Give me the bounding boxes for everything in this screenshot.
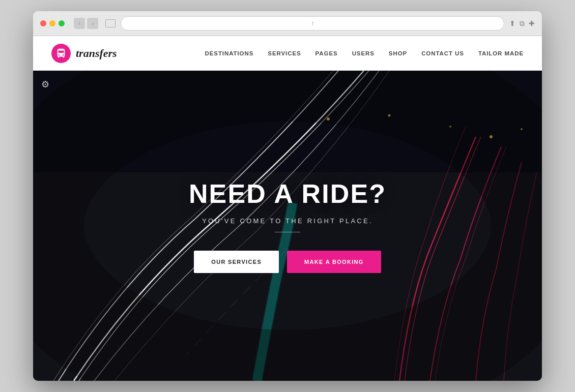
url-text: ↑ bbox=[311, 20, 314, 27]
nav-links: DESTINATIONS SERVICES PAGES USERS SHOP C… bbox=[205, 50, 524, 56]
browser-nav: ‹ › bbox=[74, 18, 98, 29]
browser-chrome: ‹ › ↑ ⬆ ⧉ ✚ bbox=[33, 11, 542, 36]
hero-divider bbox=[275, 232, 300, 232]
address-bar[interactable]: ↑ bbox=[121, 16, 504, 31]
navbar: transfers DESTINATIONS SERVICES PAGES US… bbox=[33, 36, 542, 71]
website: transfers DESTINATIONS SERVICES PAGES US… bbox=[33, 36, 542, 381]
gear-icon[interactable]: ⚙ bbox=[41, 79, 49, 90]
maximize-button[interactable] bbox=[59, 20, 65, 26]
services-button[interactable]: OUR SERVICES bbox=[194, 251, 279, 273]
close-button[interactable] bbox=[40, 20, 46, 26]
logo-icon bbox=[51, 44, 71, 63]
hero-title: NEED A RIDE? bbox=[189, 178, 386, 209]
logo-area[interactable]: transfers bbox=[51, 44, 117, 63]
nav-tailor[interactable]: TAILOR MADE bbox=[478, 50, 524, 56]
nav-pages[interactable]: PAGES bbox=[315, 50, 338, 56]
hero-subtitle: YOU'VE COME TO THE RIGHT PLACE. bbox=[189, 217, 386, 225]
browser-actions: ⬆ ⧉ ✚ bbox=[509, 19, 535, 28]
browser-window: ‹ › ↑ ⬆ ⧉ ✚ transfers DESTINAT bbox=[33, 11, 542, 381]
nav-destinations[interactable]: DESTINATIONS bbox=[205, 50, 253, 56]
traffic-lights bbox=[40, 20, 65, 26]
hero-buttons: OUR SERVICES MAKE A BOOKING bbox=[189, 251, 386, 273]
duplicate-icon[interactable]: ⧉ bbox=[520, 19, 525, 28]
booking-button[interactable]: MAKE A BOOKING bbox=[287, 251, 381, 273]
hero-content: NEED A RIDE? YOU'VE COME TO THE RIGHT PL… bbox=[179, 178, 396, 273]
hero-section: ⚙ NEED A RIDE? YOU'VE COME TO THE RIGHT … bbox=[33, 71, 542, 381]
minimize-button[interactable] bbox=[49, 20, 55, 26]
nav-shop[interactable]: SHOP bbox=[389, 50, 407, 56]
share-icon[interactable]: ⬆ bbox=[509, 19, 515, 27]
forward-button[interactable]: › bbox=[87, 18, 98, 29]
logo-text: transfers bbox=[76, 47, 117, 60]
nav-services[interactable]: SERVICES bbox=[268, 50, 301, 56]
back-button[interactable]: ‹ bbox=[74, 18, 85, 29]
new-tab-icon[interactable]: ✚ bbox=[529, 19, 535, 27]
nav-contact[interactable]: CONTACT US bbox=[421, 50, 464, 56]
tabs-icon bbox=[105, 19, 116, 27]
nav-users[interactable]: USERS bbox=[352, 50, 375, 56]
bus-icon bbox=[55, 48, 67, 59]
